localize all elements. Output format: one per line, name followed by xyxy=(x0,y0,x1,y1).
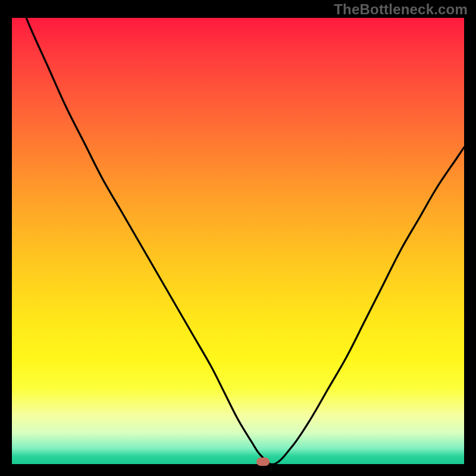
chart-stage: TheBottleneck.com xyxy=(0,0,476,476)
bottleneck-curve xyxy=(12,18,464,464)
balance-marker xyxy=(256,458,270,466)
curve-layer xyxy=(12,18,464,464)
watermark-text: TheBottleneck.com xyxy=(334,1,468,18)
plot-area xyxy=(12,18,464,464)
